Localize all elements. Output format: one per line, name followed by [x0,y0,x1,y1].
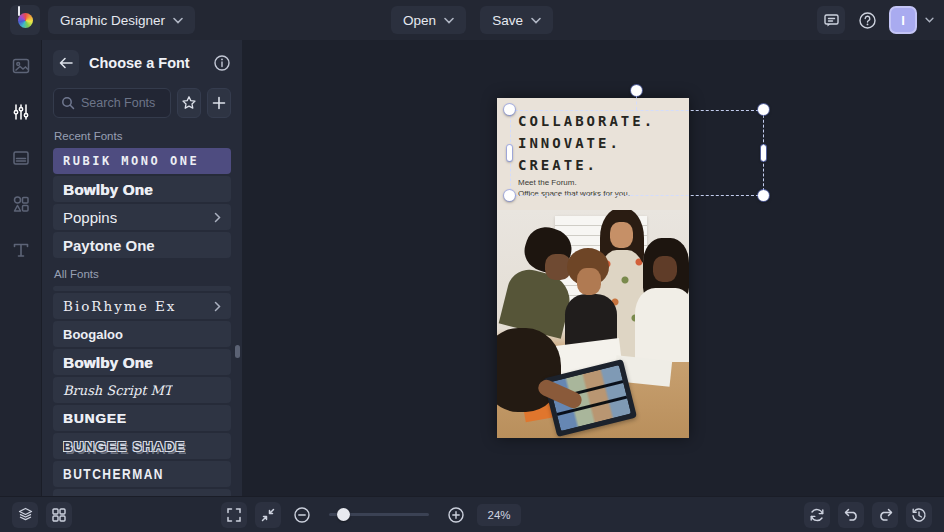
poster-title-text[interactable]: COLLABORATE. INNOVATE. CREATE. [518,110,655,176]
image-manager-tab[interactable] [11,56,31,76]
graphics-tab[interactable] [11,194,31,214]
plus-icon [212,96,226,110]
font-item-label: Brush Script MT [63,383,173,398]
tool-rail [0,40,42,496]
zoom-out-button[interactable] [289,502,315,528]
font-item[interactable]: Butterfly Kids [53,489,231,496]
search-icon [61,96,75,110]
photo-person [653,256,677,282]
app-window: Graphic Designer Open Save I [0,0,944,532]
photo-person [577,268,601,295]
font-item[interactable]: RUBIK MONO ONE [53,148,231,174]
photo-person [635,288,689,362]
account-chevron-down-icon[interactable] [925,17,934,23]
font-item[interactable]: Bowlby One [53,176,231,202]
font-item-label: RUBIK MONO ONE [63,154,199,168]
add-font-button[interactable] [207,88,231,118]
font-item-label: Boogaloo [63,327,123,342]
all-fonts-label: All Fonts [54,268,231,280]
font-item[interactable]: BUNGEE SHADE [53,433,231,459]
poster-photo[interactable] [497,210,689,438]
adjust-sliders-icon [11,102,31,122]
chevron-down-icon [444,17,454,24]
font-item-label: BioRhyme Ex [63,298,176,314]
font-item-label: Bowlby One [63,181,153,198]
chevron-right-icon [214,301,221,312]
panel-title: Choose a Font [89,55,190,71]
font-item-label: Poppins [63,209,117,226]
avatar-initial: I [901,13,905,28]
panel-scrollbar[interactable] [235,345,240,358]
back-arrow-icon [59,57,74,69]
font-item[interactable]: Boogaloo [53,321,231,347]
zoom-out-icon [293,506,311,524]
layout-icon [11,148,31,168]
zoom-slider[interactable] [329,513,429,516]
search-fonts-input[interactable] [81,96,163,110]
poster-subtitle-text[interactable]: Meet the Forum. Office space that works … [518,178,630,199]
all-fonts-list: BioRhyme ExBoogalooBowlby OneBrush Scrip… [53,286,231,496]
expand-icon [226,507,242,523]
befunky-logo[interactable] [10,5,40,35]
app-mode-menu[interactable]: Graphic Designer [48,6,195,34]
font-item-partial[interactable] [53,286,231,291]
poster-subtitle-line: Meet the Forum. [518,178,630,189]
chevron-down-icon [173,17,183,24]
font-item-label: Paytone One [63,237,155,254]
fullscreen-button[interactable] [221,502,247,528]
templates-grid-button[interactable] [46,502,72,528]
layout-tab[interactable] [11,148,31,168]
canvas-area[interactable]: COLLABORATE. INNOVATE. CREATE. Meet the … [242,40,944,496]
recent-fonts-label: Recent Fonts [54,130,231,142]
zoom-percentage[interactable]: 24% [477,504,521,526]
save-button[interactable]: Save [480,6,553,34]
font-item[interactable]: BUNGEE [53,405,231,431]
help-icon [858,11,877,30]
bottom-toolbar: 24% [0,496,944,532]
chevron-right-icon [214,212,221,223]
fit-screen-button[interactable] [255,502,281,528]
selection-handle-left[interactable] [507,145,512,161]
shapes-icon [11,194,31,214]
star-icon [181,95,197,111]
layers-button[interactable] [12,502,38,528]
font-item[interactable]: Poppins [53,204,231,230]
layers-icon [17,506,34,523]
font-item[interactable]: Brush Script MT [53,377,231,403]
text-tab[interactable] [11,240,31,260]
zoom-in-button[interactable] [443,502,469,528]
poster-title-line: COLLABORATE. [518,110,655,132]
info-button[interactable] [213,54,231,72]
comment-icon [823,12,840,29]
zoom-in-icon [447,506,465,524]
font-item[interactable]: BUTCHERMAN [53,461,231,487]
edit-panel-tab[interactable] [11,102,31,122]
selection-handle-bottom-left[interactable] [504,190,515,201]
poster-subtitle-line: Office space that works for you. [518,189,630,200]
selection-handle-top-right[interactable] [758,104,769,115]
selection-handle-top-left[interactable] [504,104,515,115]
feedback-button[interactable] [817,6,845,34]
search-fonts-box[interactable] [53,88,171,118]
font-item-label: BUTCHERMAN [63,465,164,483]
top-bar: Graphic Designer Open Save I [0,0,944,40]
back-button[interactable] [53,50,79,76]
font-item[interactable]: Paytone One [53,232,231,258]
text-icon [11,240,31,260]
font-item[interactable]: Bowlby One [53,349,231,375]
selection-rotate-handle[interactable] [631,85,642,96]
befunky-logo-icon [18,13,33,28]
zoom-slider-knob[interactable] [337,508,350,521]
recent-fonts-list: RUBIK MONO ONEBowlby OnePoppinsPaytone O… [53,148,231,258]
favorite-fonts-button[interactable] [177,88,201,118]
poster-title-line: INNOVATE. [518,132,655,154]
open-button[interactable]: Open [391,6,466,34]
font-item[interactable]: BioRhyme Ex [53,293,231,319]
selection-handle-right[interactable] [761,145,766,161]
design-poster[interactable]: COLLABORATE. INNOVATE. CREATE. Meet the … [497,98,689,438]
help-button[interactable] [853,6,881,34]
selection-handle-bottom-right[interactable] [758,190,769,201]
font-panel: Choose a Font Recent Fonts RUBIK MONO [42,40,242,496]
user-avatar[interactable]: I [889,6,917,34]
font-item-label: Bowlby One [63,354,153,371]
